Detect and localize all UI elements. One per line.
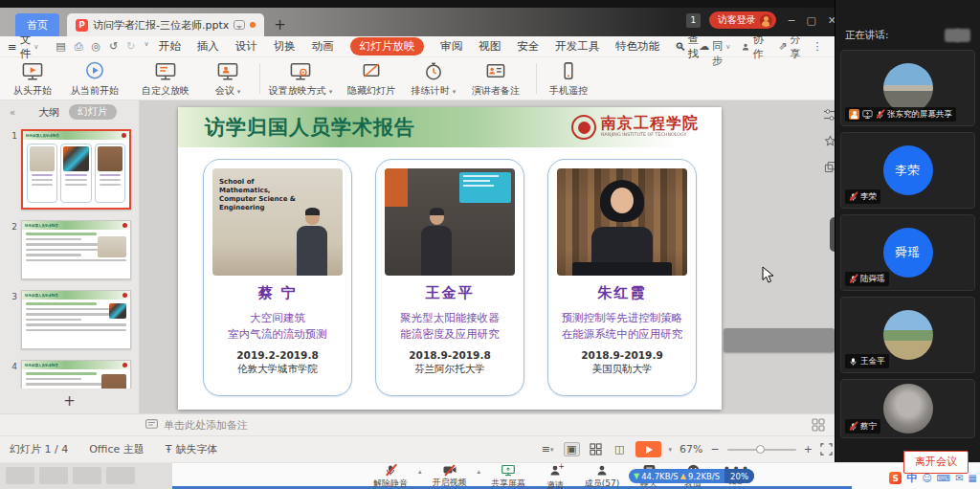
comment-icon[interactable] [234, 20, 245, 30]
zoom-level[interactable]: 67% [679, 443, 702, 456]
menu-security[interactable]: 安全 [517, 39, 539, 54]
status-bar: 幻灯片 1 / 4 Office 主题 Ŧ缺失字体 ≡▾ ▣ ◫ ▾ 67% −… [0, 435, 842, 462]
window-top-strip [0, 0, 842, 8]
menu-design[interactable]: 设计 [235, 39, 257, 54]
save-icon[interactable]: ▤ [56, 40, 65, 53]
guest-login-button[interactable]: 访客登录 [709, 11, 776, 29]
setup-show-button[interactable]: 设置放映方式 ▾ [265, 60, 336, 98]
menu-insert[interactable]: 插入 [197, 39, 219, 54]
grid-view-icon[interactable] [812, 418, 825, 432]
members-button[interactable]: 成员(57) [580, 464, 624, 489]
phone-remote-button[interactable]: 手机遥控 [542, 60, 595, 98]
participant-tile-wang-jinping[interactable]: 王金平 [840, 297, 975, 373]
tray-keyboard-icon[interactable]: ⌨ [937, 473, 950, 483]
menu-features[interactable]: 特色功能 [615, 39, 659, 54]
tray-mail-icon[interactable]: ✉ [955, 473, 963, 483]
zoom-slider-knob[interactable] [756, 445, 765, 454]
video-options-caret[interactable]: ▴ [478, 464, 481, 476]
phone-icon [557, 60, 580, 82]
collapse-panel-icon[interactable]: « [10, 107, 15, 118]
maximize-button[interactable]: ▢ [806, 14, 815, 27]
sogou-input-icon[interactable]: S [889, 472, 902, 484]
fit-window-icon[interactable] [820, 443, 833, 456]
custom-show-button[interactable]: 自定义放映 [130, 60, 201, 98]
theme-indicator[interactable]: Office 主题 [89, 442, 145, 456]
slide-thumbnail-2[interactable]: 2 访学归国人员学术报告 [6, 220, 131, 279]
hide-slide-button[interactable]: 隐藏幻灯片 [336, 60, 407, 98]
tray-grid-icon[interactable]: ▦ [969, 473, 977, 483]
participant-tile-cai-ning[interactable]: 蔡宁 [840, 379, 975, 438]
play-options-caret[interactable]: ▾ [669, 446, 673, 454]
meeting-button[interactable]: 会议 ▾ [201, 60, 255, 98]
speaker-mini-avatars [949, 29, 970, 42]
file-menu[interactable]: ≡ 文件 ∨ [8, 33, 38, 61]
hidden-slide-icon [360, 60, 383, 82]
note-icon [145, 419, 158, 431]
unsaved-dot-icon [250, 22, 256, 28]
zoom-in-button[interactable]: + [804, 443, 813, 456]
scholar-name: 蔡 宁 [212, 284, 343, 302]
redo-icon[interactable]: ↻ [126, 40, 135, 53]
play-slideshow-button[interactable] [635, 441, 661, 457]
taskbar-stub [0, 463, 172, 489]
notes-bar[interactable]: 单击此处添加备注 [0, 413, 842, 435]
leave-meeting-button[interactable]: 离开会议 [903, 451, 969, 474]
menu-review[interactable]: 审阅 [440, 39, 462, 54]
people-icon [742, 41, 749, 53]
avatar [883, 63, 933, 113]
participant-tile-lu-shunyao[interactable]: 舜瑶 陆舜瑶 [840, 214, 975, 291]
rehearse-timing-button[interactable]: 排练计时 ▾ [407, 60, 460, 98]
menu-slideshow-active[interactable]: 幻灯片放映 [350, 37, 425, 56]
presenter-notes-button[interactable]: 演讲者备注 [460, 60, 531, 98]
preview-icon[interactable]: ◎ [91, 40, 100, 53]
menu-animation[interactable]: 动画 [312, 39, 334, 54]
slide-1[interactable]: 访学归国人员学术报告 南京工程学院 NANJING INSTITUTE OF T… [178, 107, 722, 410]
play-from-current-button[interactable]: 从当前开始 [59, 60, 130, 98]
slide-title-bar: 访学归国人员学术报告 南京工程学院 NANJING INSTITUTE OF T… [178, 107, 722, 147]
participant-tile-screen-share[interactable]: 张东究的屏幕共享 [840, 50, 975, 126]
slide-sorter-icon[interactable] [588, 442, 604, 456]
play-from-start-button[interactable]: 从头开始 [6, 60, 59, 98]
tray-smiley-icon[interactable]: ☺ [922, 473, 931, 483]
speaking-label: 正在讲话: [845, 29, 889, 42]
share-button[interactable]: ⇗分享 [778, 33, 800, 61]
print-icon[interactable]: ⎙ [75, 40, 83, 53]
normal-view-icon[interactable]: ▣ [564, 442, 580, 456]
participant-name: 张东究的屏幕共享 [887, 109, 952, 121]
collaborate-button[interactable]: 协作 [742, 33, 767, 61]
slide-thumbnail-4[interactable]: 4 访学归国人员学术报告 [6, 360, 131, 389]
more-quick-icon[interactable]: ∨ [145, 40, 149, 53]
minimize-button[interactable]: ─ [789, 14, 795, 27]
unmute-button[interactable]: 解除静音 [368, 464, 412, 489]
missing-font-warning[interactable]: Ŧ缺失字体 [166, 442, 218, 456]
slide-thumbnail-3[interactable]: 3 访学归国人员学术报告 [6, 290, 131, 349]
zoom-out-button[interactable]: − [711, 443, 720, 456]
zoom-slider[interactable] [727, 449, 796, 451]
menu-devtools[interactable]: 开发工具 [555, 39, 599, 54]
tab-home[interactable]: 首页 [15, 13, 59, 36]
scholar-card-zhu-hongxia: 朱红霞 预测控制等先进控制策略在能源系统中的应用研究 2018.9-2019.9… [547, 159, 697, 396]
participant-tile-li-rong[interactable]: 李荣 李荣 [840, 132, 975, 209]
tab-slides[interactable]: 幻灯片 [69, 104, 117, 120]
reading-view-icon[interactable]: ◫ [612, 442, 628, 456]
add-slide-button[interactable]: + [0, 389, 139, 413]
notes-toggle-icon[interactable]: ≡▾ [540, 442, 556, 456]
tab-document[interactable]: P 访问学者汇报-三位老师.pptx [67, 13, 264, 36]
invite-button[interactable]: + 邀请 [536, 464, 574, 489]
mini-logo-icon [122, 363, 127, 367]
mic-options-caret[interactable]: ▴ [418, 464, 422, 476]
share-screen-button[interactable]: 共享屏幕 [486, 464, 530, 489]
photo-cai-ning: School of Mathematics, Computer Science … [212, 168, 343, 276]
menu-transition[interactable]: 切换 [274, 39, 296, 54]
notification-badge[interactable]: 1 [686, 13, 701, 28]
photo-zhu-hongxia [557, 168, 687, 276]
slide-thumbnail-1[interactable]: 1 访学归国人员学术报告 [6, 129, 131, 210]
menu-start[interactable]: 开始 [159, 39, 181, 54]
start-video-button[interactable]: 开启视频 [428, 464, 472, 489]
find-button[interactable]: 🔍︎查找 [675, 33, 699, 61]
new-tab-button[interactable]: + [274, 18, 286, 33]
more-menu-icon[interactable]: ⋮ [813, 40, 823, 53]
menu-view[interactable]: 视图 [479, 39, 501, 54]
tab-outline[interactable]: 大纲 [38, 105, 59, 120]
undo-icon[interactable]: ↺ [109, 40, 118, 53]
